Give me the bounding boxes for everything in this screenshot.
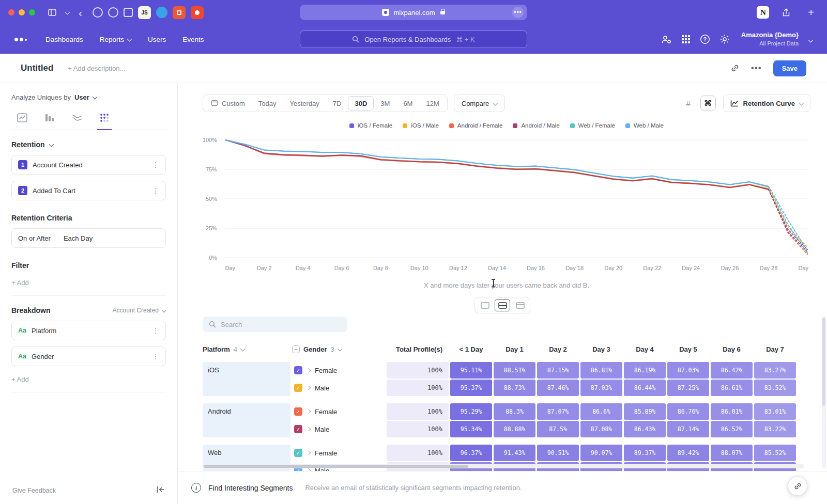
hash-grid-icon[interactable]: # [681, 96, 696, 111]
settings-gear-icon[interactable] [719, 34, 730, 44]
date-range-3m[interactable]: 3M [374, 95, 396, 112]
retention-value-cell[interactable]: 89.37% [624, 445, 666, 461]
criteria-value-dropdown[interactable]: Each Day [64, 234, 93, 242]
retention-value-cell[interactable]: 85.89% [624, 403, 666, 420]
close-window-button[interactable] [8, 9, 14, 15]
breakdown-scope-dropdown[interactable]: Account Created [113, 307, 166, 314]
back-icon[interactable]: ‹ [79, 7, 82, 18]
help-icon[interactable]: ? [700, 34, 710, 44]
retention-value-cell[interactable]: 91.43% [494, 445, 535, 461]
retention-value-cell[interactable]: 86.76% [667, 403, 709, 420]
retention-value-cell[interactable]: 86.61% [711, 380, 753, 396]
retention-value-cell[interactable]: 88.73% [494, 380, 535, 396]
url-options-button[interactable]: ••• [512, 7, 524, 18]
retention-chart-svg[interactable]: < 1 DayDay 2Day 4Day 6Day 8Day 10Day 12D… [223, 135, 810, 275]
footer-title[interactable]: Find Interesting Segments [208, 484, 293, 492]
copy-link-icon[interactable] [730, 64, 740, 73]
retention-value-cell[interactable]: 96.37% [450, 445, 492, 461]
gender-cell[interactable]: ✓Male [292, 380, 385, 396]
share-link-floating-button[interactable] [788, 476, 807, 496]
more-options-icon[interactable]: ••• [751, 63, 762, 73]
legend-item[interactable]: iOS / Male [403, 122, 439, 129]
gender-cell[interactable]: ✓Female [292, 362, 385, 379]
browser-sidebar-icon[interactable] [48, 9, 56, 16]
date-range-today[interactable]: Today [252, 95, 283, 112]
scrollbar-thumb[interactable] [204, 465, 468, 468]
date-range-6m[interactable]: 6M [396, 95, 419, 112]
retention-criteria-card[interactable]: On or After Each Day [11, 228, 166, 248]
retention-value-cell[interactable]: 85.52% [754, 445, 796, 461]
retention-value-cell[interactable]: 87.46% [537, 380, 579, 396]
chart-type-dropdown[interactable]: Retention Curve [723, 94, 810, 112]
extension-icon-2[interactable] [108, 7, 118, 18]
retention-value-cell[interactable]: 87.07% [537, 403, 579, 420]
report-title[interactable]: Untitled [21, 63, 53, 73]
date-range-7d[interactable]: 7D [326, 95, 348, 112]
analyze-entity-dropdown[interactable]: User [74, 93, 97, 101]
minimize-window-button[interactable] [19, 9, 25, 15]
checkbox-icon[interactable]: ✓ [294, 449, 302, 457]
kebab-menu-icon[interactable]: ⋮ [152, 353, 159, 360]
nav-item-events[interactable]: Events [182, 36, 204, 43]
table-search-input[interactable]: Search [203, 317, 347, 332]
checkbox-icon[interactable]: ✓ [294, 366, 302, 374]
extension-icon-4[interactable] [156, 7, 167, 18]
retention-value-cell[interactable]: 90.07% [580, 445, 622, 461]
users-management-icon[interactable] [661, 34, 672, 44]
platform-cell[interactable]: iOS [203, 362, 290, 396]
retention-value-cell[interactable]: 88.88% [494, 421, 535, 437]
notion-extension-icon[interactable]: N [757, 6, 769, 19]
legend-item[interactable]: Android / Male [513, 122, 559, 129]
retention-value-cell[interactable]: 87.03% [580, 380, 622, 396]
column-header-platform[interactable]: Platform 4 [203, 345, 290, 353]
horizontal-scrollbar[interactable] [203, 464, 804, 468]
retention-value-cell[interactable]: 83.01% [754, 403, 796, 420]
retention-value-cell[interactable]: 86.52% [711, 421, 753, 437]
tab-insights[interactable] [14, 109, 30, 130]
tab-retention[interactable] [97, 109, 112, 130]
legend-item[interactable]: iOS / Female [349, 122, 392, 129]
extension-icon-1[interactable] [93, 7, 103, 18]
project-switcher[interactable]: Amazonia {Demo} All Project Data [741, 31, 799, 47]
url-bar[interactable]: mixpanel.com ••• [300, 5, 527, 20]
nav-item-dashboards[interactable]: Dashboards [45, 36, 83, 43]
extension-icon-5[interactable] [173, 6, 186, 19]
view-chart-only-button[interactable] [477, 299, 493, 311]
select-all-checkbox[interactable]: – [292, 345, 300, 353]
retention-section-header[interactable]: Retention [11, 140, 166, 149]
column-header-gender[interactable]: – Gender 3 [292, 345, 385, 353]
gender-cell[interactable]: ✓Male [292, 421, 385, 437]
give-feedback-link[interactable]: Give Feedback [12, 487, 56, 494]
retention-value-cell[interactable]: 89.42% [667, 445, 709, 461]
new-tab-icon[interactable]: + [808, 7, 814, 18]
extension-icon-3[interactable] [124, 8, 133, 17]
add-breakdown-button[interactable]: + Add [11, 375, 29, 383]
legend-item[interactable]: Android / Female [449, 122, 503, 129]
retention-value-cell[interactable]: 86.01% [711, 403, 753, 420]
column-header-day-2[interactable]: Day 2 [537, 345, 579, 353]
extension-icon-6[interactable] [191, 6, 204, 19]
add-filter-button[interactable]: + Add [11, 279, 29, 287]
retention-value-cell[interactable]: 86.81% [580, 362, 622, 379]
retention-value-cell[interactable]: 95.34% [450, 421, 492, 437]
tab-flows[interactable] [69, 109, 85, 130]
view-split-button[interactable] [495, 299, 510, 311]
retention-value-cell[interactable]: 83.22% [754, 421, 796, 437]
criteria-operator-dropdown[interactable]: On or After [18, 234, 51, 242]
column-header-day-1[interactable]: Day 1 [494, 345, 535, 353]
platform-cell[interactable]: Android [203, 403, 290, 437]
checkbox-icon[interactable]: ✓ [294, 425, 302, 433]
save-button[interactable]: Save [773, 60, 806, 76]
column-header-day-5[interactable]: Day 5 [667, 345, 709, 353]
retention-step[interactable]: 1Account Created⋮ [11, 155, 166, 175]
retention-value-cell[interactable]: 86.44% [624, 380, 666, 396]
retention-value-cell[interactable]: 86.42% [711, 362, 753, 379]
breakdown-item[interactable]: AaPlatform⋮ [11, 321, 166, 340]
retention-value-cell[interactable]: 88.3% [494, 403, 535, 420]
nav-item-reports[interactable]: Reports [100, 36, 131, 43]
retention-step[interactable]: 2Added To Cart⋮ [11, 181, 166, 200]
retention-value-cell[interactable]: 86.6% [580, 403, 622, 420]
scrollbar-thumb[interactable] [822, 318, 825, 406]
retention-value-cell[interactable]: 86.19% [624, 362, 666, 379]
tab-funnels[interactable] [42, 109, 57, 130]
